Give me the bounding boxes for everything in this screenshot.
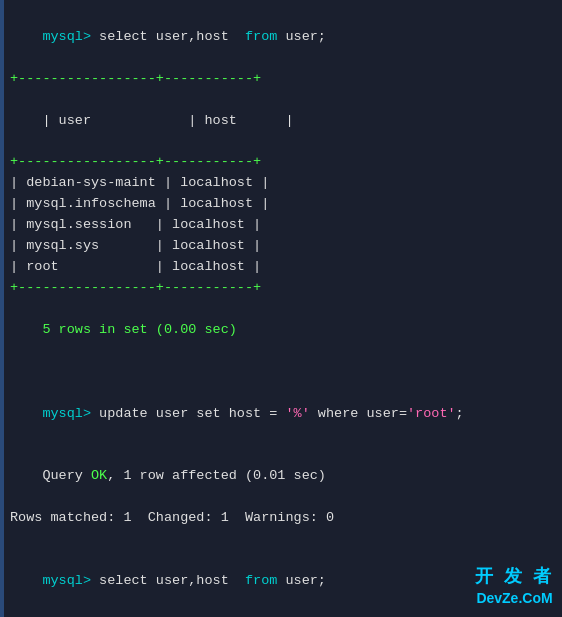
- line-15: Rows matched: 1 Changed: 1 Warnings: 0: [10, 508, 552, 529]
- line-7: | mysql.session | localhost |: [10, 215, 552, 236]
- line-3: | user | host |: [10, 90, 552, 153]
- line-12: [10, 362, 552, 383]
- line-16: [10, 529, 552, 550]
- watermark: 开 发 者 DevZe.CoM: [475, 565, 554, 607]
- line-18: +-----------------+-----------+: [10, 613, 552, 617]
- line-13: mysql> update user set host = '%' where …: [10, 383, 552, 446]
- line-4: +-----------------+-----------+: [10, 152, 552, 173]
- line-9: | root | localhost |: [10, 257, 552, 278]
- line-8: | mysql.sys | localhost |: [10, 236, 552, 257]
- watermark-bottom: DevZe.CoM: [475, 589, 554, 607]
- line-14: Query OK, 1 row affected (0.01 sec): [10, 445, 552, 508]
- line-10: +-----------------+-----------+: [10, 278, 552, 299]
- line-2: +-----------------+-----------+: [10, 69, 552, 90]
- line-1: mysql> select user,host from user;: [10, 6, 552, 69]
- terminal: mysql> select user,host from user; +----…: [0, 0, 562, 617]
- line-6: | mysql.infoschema | localhost |: [10, 194, 552, 215]
- line-17: mysql> select user,host from user;: [10, 550, 552, 613]
- line-5: | debian-sys-maint | localhost |: [10, 173, 552, 194]
- line-11: 5 rows in set (0.00 sec): [10, 299, 552, 362]
- watermark-top: 开 发 者: [475, 565, 554, 588]
- left-bar: [0, 0, 4, 617]
